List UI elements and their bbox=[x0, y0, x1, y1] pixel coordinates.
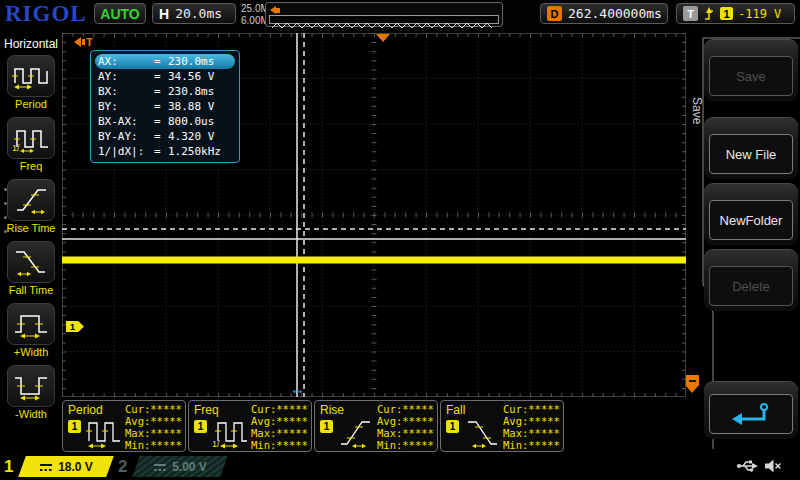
delay-badge: D bbox=[547, 6, 562, 21]
menu-tab-label: Save bbox=[690, 97, 704, 124]
trigger-source-badge: 1 bbox=[720, 7, 733, 20]
trigger-offscreen-marker: T bbox=[74, 37, 93, 47]
stat-cur: Cur:***** bbox=[125, 403, 182, 415]
cursor-row-ax[interactable]: AX:=230.0ms bbox=[95, 54, 235, 69]
run-state-badge[interactable]: AUTO bbox=[94, 3, 146, 24]
rise-time-icon bbox=[11, 185, 51, 215]
new-folder-button[interactable]: NewFolder bbox=[704, 183, 798, 245]
menu-item-neg-width[interactable]: -Width bbox=[0, 365, 62, 420]
stat-max: Max:***** bbox=[125, 427, 182, 439]
stat-max: Max:***** bbox=[503, 427, 560, 439]
measure-channel-badge: 1 bbox=[446, 420, 459, 433]
trigger-badge: T bbox=[683, 6, 698, 21]
stat-cur: Cur:***** bbox=[251, 403, 308, 415]
channel2-label[interactable]: 5.00 V bbox=[132, 456, 228, 477]
menu-page-indicator bbox=[4, 188, 7, 244]
trigger-level-value: -119 V bbox=[738, 7, 781, 21]
measure-channel-badge: 1 bbox=[194, 420, 207, 433]
waveform-memory-preview[interactable] bbox=[265, 2, 503, 27]
delay-box[interactable]: D 262.400000ms bbox=[540, 3, 668, 24]
cursor-row-byay[interactable]: BY-AY:=4.320 V bbox=[95, 129, 235, 144]
dc-coupling-icon bbox=[153, 462, 167, 472]
stat-min: Min:***** bbox=[503, 439, 560, 451]
trigger-box[interactable]: T 1 -119 V bbox=[676, 3, 795, 24]
rising-edge-trigger-icon bbox=[703, 6, 715, 21]
measure-channel-badge: 1 bbox=[320, 420, 333, 433]
stat-min: Min:***** bbox=[377, 439, 434, 451]
freq-wave-icon: 1/ bbox=[212, 415, 250, 449]
stat-min: Min:***** bbox=[125, 439, 182, 451]
timebase-value: 20.0ms bbox=[175, 6, 222, 21]
svg-text:1/: 1/ bbox=[12, 143, 20, 153]
cursor-pair-indicator[interactable]: ↔ bbox=[290, 381, 305, 396]
fall-time-icon bbox=[11, 247, 51, 277]
trigger-offscreen-left-icon bbox=[270, 6, 280, 14]
channel2-scale: 5.00 V bbox=[172, 460, 207, 474]
channel1-scale: 18.0 V bbox=[58, 460, 93, 474]
rigol-logo: RIGOL bbox=[5, 1, 87, 27]
left-measure-menu: Horizontal Period 1/ Freq Rise Time bbox=[0, 31, 62, 455]
freq-icon: 1/ bbox=[11, 123, 51, 153]
return-button[interactable] bbox=[704, 381, 798, 439]
menu-item-rise-time[interactable]: Rise Time bbox=[0, 179, 62, 234]
measurement-period[interactable]: Period 1 Cur:***** Avg:***** Max:***** M… bbox=[62, 400, 186, 452]
measure-channel-badge: 1 bbox=[68, 420, 81, 433]
cursor-row-by[interactable]: BY:=38.88 V bbox=[95, 99, 235, 114]
return-arrow-icon bbox=[729, 401, 773, 427]
menu-item-pos-width[interactable]: +Width bbox=[0, 303, 62, 358]
stat-max: Max:***** bbox=[377, 427, 434, 439]
stat-avg: Avg:***** bbox=[503, 415, 560, 427]
period-icon bbox=[11, 61, 51, 91]
trigger-position-marker[interactable] bbox=[376, 34, 390, 42]
fall-wave-icon bbox=[464, 415, 502, 449]
menu-item-freq[interactable]: 1/ Freq bbox=[0, 117, 62, 172]
measurement-fall[interactable]: Fall 1 Cur:***** Avg:***** Max:***** Min… bbox=[440, 400, 564, 452]
channel1-label[interactable]: 18.0 V bbox=[18, 456, 114, 477]
waveform-display-area[interactable]: AX:=230.0ms AY:=34.56 V BX:=230.8ms BY:=… bbox=[62, 33, 686, 397]
top-status-bar: RIGOL AUTO H 20.0ms 25.0MSa/s 6.00M pts … bbox=[0, 0, 800, 30]
menu-item-period[interactable]: Period bbox=[0, 55, 62, 110]
measurement-freq[interactable]: Freq 1 1/ Cur:***** Avg:***** Max:***** … bbox=[188, 400, 312, 452]
cursor-row-bx[interactable]: BX:=230.8ms bbox=[95, 84, 235, 99]
channel2-number: 2 bbox=[118, 457, 127, 477]
usb-icon bbox=[736, 458, 758, 474]
neg-width-icon bbox=[11, 371, 51, 401]
rise-wave-icon bbox=[338, 415, 376, 449]
pos-width-icon bbox=[11, 309, 51, 339]
cursor-row-ay[interactable]: AY:=34.56 V bbox=[95, 69, 235, 84]
stat-max: Max:***** bbox=[251, 427, 308, 439]
stat-cur: Cur:***** bbox=[503, 403, 560, 415]
cursor-readout-panel: AX:=230.0ms AY:=34.56 V BX:=230.8ms BY:=… bbox=[90, 50, 240, 163]
period-wave-icon bbox=[86, 415, 124, 449]
cursor-row-freq[interactable]: 1/|dX|:=1.250kHz bbox=[95, 144, 235, 159]
stat-avg: Avg:***** bbox=[125, 415, 182, 427]
left-menu-title: Horizontal bbox=[0, 37, 62, 51]
menu-item-fall-time[interactable]: Fall Time bbox=[0, 241, 62, 296]
speaker-muted-icon bbox=[764, 458, 782, 474]
stat-avg: Avg:***** bbox=[251, 415, 308, 427]
memory-waveform-icon bbox=[269, 15, 499, 24]
save-button[interactable]: Save bbox=[704, 39, 798, 101]
measurement-rise[interactable]: Rise 1 Cur:***** Avg:***** Max:***** Min… bbox=[314, 400, 438, 452]
channel-status-bar: 1 18.0 V 2 5.00 V bbox=[0, 454, 800, 480]
stat-avg: Avg:***** bbox=[377, 415, 434, 427]
svg-text:1/: 1/ bbox=[212, 439, 220, 449]
stat-cur: Cur:***** bbox=[377, 403, 434, 415]
horizontal-timebase-box[interactable]: H 20.0ms bbox=[152, 3, 236, 24]
cursor-row-bxax[interactable]: BX-AX:=800.0us bbox=[95, 114, 235, 129]
channel1-number: 1 bbox=[4, 457, 13, 477]
h-label: H bbox=[159, 6, 169, 22]
dc-coupling-icon bbox=[39, 462, 53, 472]
delete-button[interactable]: Delete bbox=[704, 249, 798, 311]
new-file-button[interactable]: New File bbox=[704, 117, 798, 179]
right-soft-menu: Save Save New File NewFolder Delete bbox=[690, 31, 800, 455]
stat-min: Min:***** bbox=[251, 439, 308, 451]
delay-value: 262.400000ms bbox=[568, 6, 662, 21]
